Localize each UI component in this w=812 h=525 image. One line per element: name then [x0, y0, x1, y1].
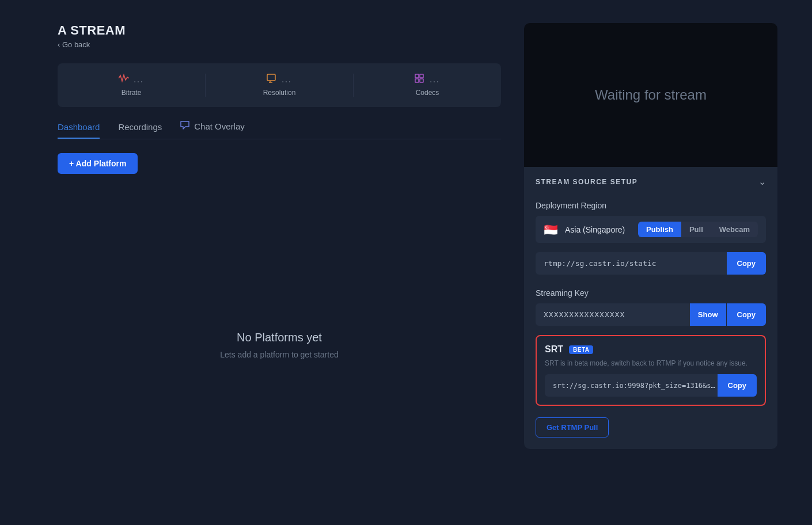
resolution-value: ...	[282, 75, 292, 84]
beta-badge: BETA	[569, 345, 593, 354]
srt-url-value: srt://sg.castr.io:9998?pkt_size=1316&str…	[553, 375, 718, 397]
svg-rect-0	[267, 74, 275, 81]
srt-label: SRT	[545, 344, 563, 355]
streaming-key-value: XXXXXXXXXXXXXXXX	[544, 303, 690, 326]
srt-header: SRT BETA	[545, 344, 757, 355]
tab-dashboard[interactable]: Dashboard	[58, 122, 100, 139]
publish-button[interactable]: Publish	[638, 222, 681, 237]
resolution-label: Resolution	[263, 89, 296, 97]
svg-rect-3	[415, 74, 419, 78]
tab-chat-overlay[interactable]: Chat Overlay	[180, 121, 245, 139]
device-icon	[267, 74, 277, 85]
pull-button[interactable]: Pull	[681, 222, 711, 237]
stream-source-panel: STREAM SOURCE SETUP ⌄ Deployment Region …	[524, 167, 777, 449]
chevron-up-icon: ⌄	[758, 176, 766, 187]
svg-rect-5	[415, 79, 419, 82]
key-action-buttons: Show Copy	[690, 303, 766, 326]
empty-state: No Platforms yet Lets add a platform to …	[58, 188, 501, 502]
tabs-container: Dashboard Recordings Chat Overlay	[58, 121, 501, 139]
rtmp-url-value: rtmp://sg.castr.io/static	[544, 252, 727, 275]
deployment-region-label: Deployment Region	[524, 196, 777, 216]
stat-resolution: ... Resolution	[206, 74, 354, 97]
streaming-key-label: Streaming Key	[524, 284, 777, 303]
srt-section: SRT BETA SRT is in beta mode, switch bac…	[536, 335, 766, 406]
stats-bar: ... Bitrate ... Resolution	[58, 63, 501, 107]
bitrate-value: ...	[134, 75, 144, 84]
get-rtmp-pull-button[interactable]: Get RTMP Pull	[536, 417, 609, 438]
stream-title: A STREAM	[58, 23, 501, 38]
stream-source-title: STREAM SOURCE SETUP	[536, 178, 638, 186]
codecs-value: ...	[430, 75, 440, 84]
waveform-icon	[119, 74, 129, 85]
svg-rect-4	[420, 74, 423, 78]
grid-icon	[415, 74, 425, 85]
bitrate-label: Bitrate	[122, 89, 142, 97]
add-platform-button[interactable]: + Add Platform	[58, 153, 138, 174]
copy-rtmp-url-button[interactable]: Copy	[727, 252, 767, 275]
stream-source-header[interactable]: STREAM SOURCE SETUP ⌄	[524, 167, 777, 196]
show-key-button[interactable]: Show	[690, 303, 727, 326]
empty-state-subtitle: Lets add a platform to get started	[220, 350, 338, 359]
region-buttons: Publish Pull Webcam	[638, 222, 758, 237]
video-preview: Waiting for stream	[524, 23, 777, 167]
stat-bitrate: ... Bitrate	[58, 74, 206, 97]
webcam-button[interactable]: Webcam	[711, 222, 758, 237]
copy-key-button[interactable]: Copy	[727, 303, 767, 326]
codecs-label: Codecs	[416, 89, 439, 97]
tab-recordings[interactable]: Recordings	[118, 122, 162, 139]
chat-icon	[180, 121, 189, 132]
srt-description: SRT is in beta mode, switch back to RTMP…	[545, 359, 757, 367]
svg-rect-6	[420, 79, 423, 82]
go-back-link[interactable]: ‹ Go back	[58, 40, 90, 49]
copy-srt-url-button[interactable]: Copy	[718, 374, 757, 397]
waiting-text: Waiting for stream	[595, 87, 707, 103]
srt-input-row: srt://sg.castr.io:9998?pkt_size=1316&str…	[545, 374, 757, 397]
flag-icon: 🇸🇬	[544, 223, 558, 237]
region-name: Asia (Singapore)	[565, 225, 631, 234]
streaming-key-row: XXXXXXXXXXXXXXXX Show Copy	[536, 303, 766, 326]
stat-codecs: ... Codecs	[354, 74, 501, 97]
empty-state-title: No Platforms yet	[237, 331, 322, 344]
deployment-region-row: 🇸🇬 Asia (Singapore) Publish Pull Webcam	[536, 216, 766, 243]
rtmp-url-row: rtmp://sg.castr.io/static Copy	[536, 252, 766, 275]
